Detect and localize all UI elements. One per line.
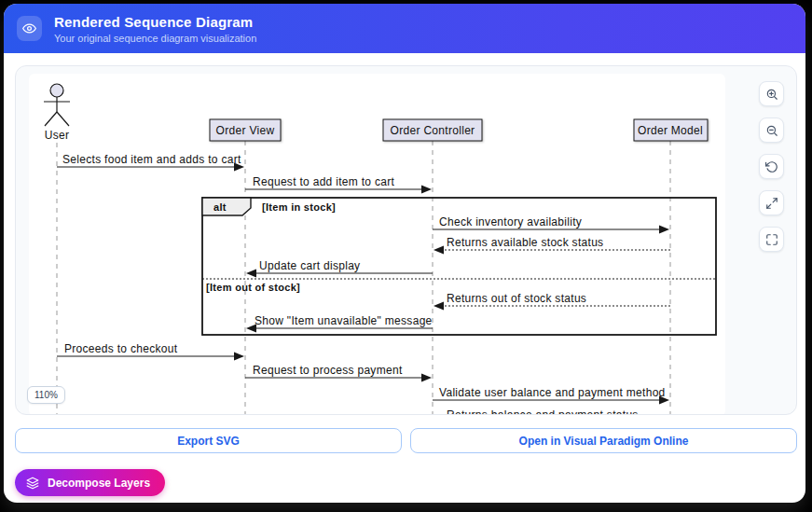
zoom-in-icon xyxy=(765,88,778,101)
diagram-canvas[interactable]: User Order View Order Controller xyxy=(29,74,725,415)
guard-item-out-of-stock: [Item out of stock] xyxy=(206,282,300,293)
message-proceeds-to-checkout: Proceeds to checkout xyxy=(57,342,244,361)
page-subtitle: Your original sequence diagram visualiza… xyxy=(54,33,256,44)
participant-order-controller-label: Order Controller xyxy=(391,124,475,137)
decompose-layers-label: Decompose Layers xyxy=(48,477,150,490)
message-check-inventory: Check inventory availability xyxy=(433,215,669,234)
message-validate-balance: Validate user balance and payment method xyxy=(433,386,669,405)
open-visual-paradigm-button[interactable]: Open in Visual Paradigm Online xyxy=(410,428,797,453)
app-window: Rendered Sequence Diagram Your original … xyxy=(4,4,805,503)
svg-text:Returns balance and payment st: Returns balance and payment status xyxy=(447,408,639,415)
message-request-add-item: Request to add item to cart xyxy=(245,175,432,194)
header: Rendered Sequence Diagram Your original … xyxy=(4,4,805,53)
diagram-panel: User Order View Order Controller xyxy=(15,65,797,415)
rotate-ccw-icon xyxy=(765,160,778,173)
svg-text:Show "Item unavailable" messag: Show "Item unavailable" message xyxy=(255,314,433,327)
decompose-layers-button[interactable]: Decompose Layers xyxy=(15,469,165,496)
actor-user-label: User xyxy=(45,129,70,142)
expand-button[interactable] xyxy=(759,190,784,215)
reset-view-button[interactable] xyxy=(759,154,784,179)
participant-order-model[interactable]: Order Model xyxy=(634,119,708,141)
message-selects-food-item: Selects food item and adds to cart xyxy=(57,153,244,172)
svg-text:Request to add item to cart: Request to add item to cart xyxy=(253,175,395,188)
message-returns-out-of-stock: Returns out of stock status xyxy=(434,292,670,311)
svg-text:Returns available stock status: Returns available stock status xyxy=(447,236,603,249)
page-title: Rendered Sequence Diagram xyxy=(54,14,256,30)
svg-text:Update cart display: Update cart display xyxy=(259,259,360,272)
svg-text:Request to process payment: Request to process payment xyxy=(253,364,403,377)
zoom-level-badge: 110% xyxy=(27,386,65,404)
participant-order-model-label: Order Model xyxy=(638,124,703,137)
alt-operator-label: alt xyxy=(213,201,227,213)
sequence-diagram-svg: User Order View Order Controller xyxy=(29,74,725,415)
zoom-out-icon xyxy=(765,124,778,137)
eye-icon xyxy=(22,21,36,35)
maximize-icon xyxy=(765,197,778,210)
zoom-controls xyxy=(759,81,784,252)
zoom-in-button[interactable] xyxy=(759,81,784,106)
participant-order-controller[interactable]: Order Controller xyxy=(383,119,482,141)
guard-item-in-stock: [Item in stock] xyxy=(262,201,336,213)
export-svg-button[interactable]: Export SVG xyxy=(15,428,402,453)
svg-text:Validate user balance and paym: Validate user balance and payment method xyxy=(439,386,666,399)
participant-order-view[interactable]: Order View xyxy=(210,119,281,141)
message-returns-balance-status: Returns balance and payment status xyxy=(447,408,639,415)
actor-user[interactable]: User xyxy=(44,84,70,142)
header-text: Rendered Sequence Diagram Your original … xyxy=(54,14,256,44)
svg-text:Returns out of stock status: Returns out of stock status xyxy=(447,292,586,305)
layers-icon xyxy=(26,477,39,490)
fit-to-screen-button[interactable] xyxy=(759,227,784,252)
message-returns-available-stock: Returns available stock status xyxy=(434,236,670,255)
message-show-unavailable: Show "Item unavailable" message xyxy=(246,314,433,333)
message-update-cart-display: Update cart display xyxy=(246,259,433,278)
actions-row: Export SVG Open in Visual Paradigm Onlin… xyxy=(15,428,797,453)
zoom-out-button[interactable] xyxy=(759,118,784,143)
scan-corners-icon xyxy=(765,233,778,246)
message-request-process-payment: Request to process payment xyxy=(245,364,432,382)
eye-icon-container xyxy=(17,16,42,41)
participant-order-view-label: Order View xyxy=(216,124,275,137)
svg-text:Proceeds to checkout: Proceeds to checkout xyxy=(64,342,178,355)
svg-text:Selects food item and adds to: Selects food item and adds to cart xyxy=(62,153,241,166)
svg-text:Check inventory availability: Check inventory availability xyxy=(439,215,582,228)
